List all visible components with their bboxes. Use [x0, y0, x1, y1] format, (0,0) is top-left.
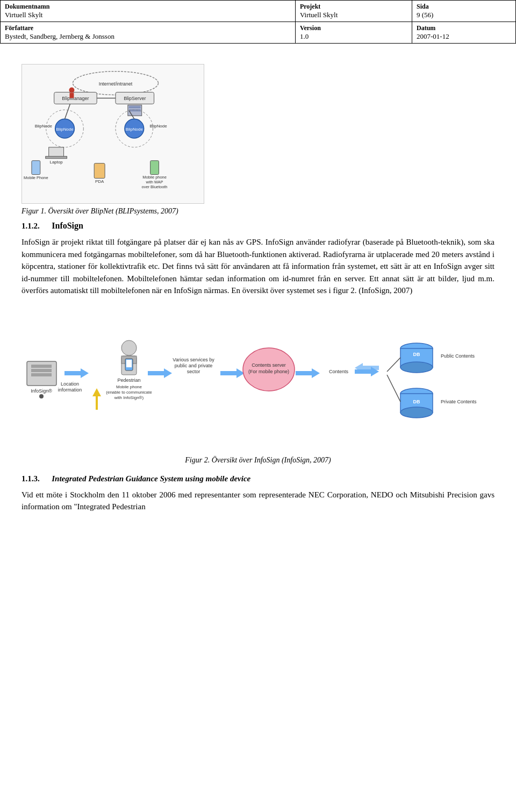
- figure1-image: Internet/intranet BlipManager BlipServer: [22, 64, 204, 204]
- svg-text:BlipNode: BlipNode: [56, 127, 74, 132]
- svg-rect-23: [94, 163, 105, 179]
- figure1-caption: Figur 1. Översikt över BlipNet (BLIPsyst…: [22, 207, 178, 216]
- svg-point-65: [400, 362, 433, 373]
- svg-rect-36: [31, 373, 52, 376]
- svg-text:Contents server: Contents server: [252, 362, 286, 368]
- svg-text:InfoSign®: InfoSign®: [31, 388, 52, 394]
- blipnet-svg: Internet/intranet BlipManager BlipServer: [22, 64, 204, 204]
- svg-rect-21: [32, 161, 40, 175]
- svg-rect-46: [126, 360, 132, 367]
- svg-rect-34: [31, 365, 52, 368]
- svg-text:Private Contents: Private Contents: [441, 399, 477, 404]
- svg-marker-39: [64, 368, 89, 378]
- svg-text:with WAP: with WAP: [146, 180, 163, 184]
- version-label: Version: [300, 24, 407, 32]
- figure2-caption: Figur 2. Översikt över InfoSign (InfoSig…: [185, 456, 331, 465]
- svg-text:BlipNode: BlipNode: [35, 124, 53, 129]
- svg-text:(enable to communicate: (enable to communicate: [106, 390, 152, 395]
- section-112-title: InfoSign: [52, 221, 83, 230]
- svg-marker-59: [296, 368, 320, 378]
- svg-rect-25: [150, 161, 159, 175]
- svg-marker-75: [91, 388, 101, 410]
- svg-rect-35: [31, 369, 52, 372]
- page-label: Sida: [417, 3, 511, 11]
- project-value: Virtuell Skylt: [300, 11, 407, 19]
- svg-text:sector: sector: [187, 369, 200, 374]
- section-112-paragraph: InfoSign är projekt riktat till fotgänga…: [22, 236, 494, 297]
- author-label: Författare: [5, 24, 291, 32]
- svg-text:Location: Location: [61, 381, 79, 387]
- svg-marker-55: [220, 368, 245, 378]
- svg-text:BlipManager: BlipManager: [62, 96, 89, 101]
- doc-name-label: Dokumentnamn: [5, 3, 291, 11]
- svg-text:BlipServer: BlipServer: [124, 96, 146, 101]
- svg-line-14: [65, 104, 70, 119]
- section-113: 1.1.3. Integrated Pedestrian Guidance Sy…: [22, 474, 494, 513]
- svg-text:BlipNode: BlipNode: [126, 127, 144, 132]
- page-value: 9 (56): [417, 11, 511, 19]
- svg-text:BlipNode: BlipNode: [149, 124, 167, 129]
- svg-text:information: information: [58, 387, 82, 393]
- figure1-container: Internet/intranet BlipManager BlipServer: [22, 64, 494, 216]
- svg-point-29: [69, 88, 74, 93]
- svg-text:DB: DB: [413, 399, 420, 404]
- page: Dokumentnamn Virtuell Skylt Projekt Virt…: [0, 0, 516, 812]
- figure2-image: InfoSign® Location information: [22, 308, 494, 453]
- svg-text:DB: DB: [413, 352, 420, 357]
- svg-marker-51: [148, 368, 172, 378]
- svg-rect-18: [49, 147, 64, 157]
- header-table: Dokumentnamn Virtuell Skylt Projekt Virt…: [0, 0, 516, 44]
- svg-text:Public Contents: Public Contents: [441, 353, 475, 359]
- svg-text:Various services by: Various services by: [173, 357, 214, 362]
- svg-rect-7: [129, 106, 141, 108]
- svg-text:Laptop: Laptop: [49, 160, 63, 165]
- svg-point-42: [121, 340, 137, 355]
- svg-text:Pedestrian: Pedestrian: [117, 377, 140, 383]
- section-113-number: 1.1.3.: [22, 474, 40, 483]
- svg-rect-30: [69, 92, 74, 98]
- section-113-paragraph: Vid ett möte i Stockholm den 11 oktober …: [22, 489, 494, 513]
- figure2-container: InfoSign® Location information: [22, 308, 494, 465]
- svg-rect-19: [46, 156, 67, 159]
- svg-text:Mobile phone: Mobile phone: [116, 384, 142, 389]
- date-label: Datum: [417, 24, 511, 32]
- svg-text:over Bluetooth: over Bluetooth: [142, 184, 168, 189]
- version-value: 1.0: [300, 32, 407, 41]
- svg-text:public and private: public and private: [175, 363, 213, 368]
- section-113-title: Integrated Pedestrian Guidance System us…: [52, 474, 250, 483]
- infosign-svg: InfoSign® Location information: [22, 308, 494, 453]
- date-value: 2007-01-12: [417, 32, 511, 41]
- svg-point-70: [400, 407, 433, 418]
- svg-text:PDA: PDA: [95, 179, 104, 184]
- svg-point-38: [39, 394, 44, 398]
- svg-text:Contents: Contents: [329, 369, 349, 374]
- svg-line-74: [387, 375, 400, 402]
- project-label: Projekt: [300, 3, 407, 11]
- content-area: Internet/intranet BlipManager BlipServer: [0, 44, 516, 529]
- doc-name-value: Virtuell Skylt: [5, 11, 291, 19]
- svg-text:with InfoSign®): with InfoSign®): [114, 395, 144, 400]
- svg-text:Mobile phone: Mobile phone: [142, 175, 167, 180]
- author-value: Bystedt, Sandberg, Jernberg & Jonsson: [5, 32, 291, 41]
- svg-line-73: [387, 358, 400, 372]
- section-112: 1.1.2. InfoSign InfoSign är projekt rikt…: [22, 221, 494, 297]
- svg-text:(For mobile phone): (For mobile phone): [248, 369, 289, 374]
- svg-text:Internet/intranet: Internet/intranet: [99, 81, 133, 87]
- section-112-number: 1.1.2.: [22, 222, 40, 230]
- svg-text:Mobile Phone: Mobile Phone: [24, 176, 48, 181]
